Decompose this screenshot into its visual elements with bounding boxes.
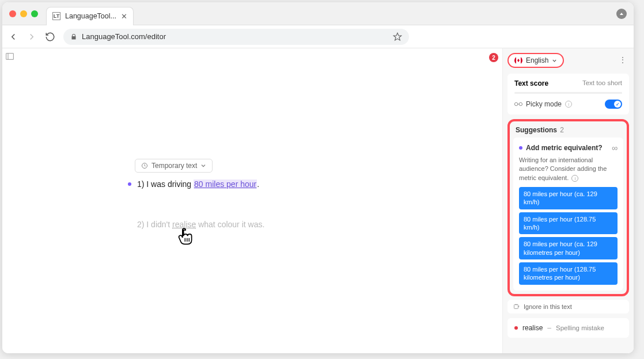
bookmark-star-icon[interactable] [393, 32, 402, 41]
picky-mode-toggle[interactable] [605, 100, 622, 109]
browser-profile-button[interactable] [616, 9, 627, 19]
line1-text-suffix: . [257, 180, 259, 189]
ignore-label: Ignore in this text [524, 303, 572, 310]
separator-dash: – [547, 324, 551, 332]
suggestion-chip[interactable]: 80 miles per hour (ca. 129 km/h) [519, 187, 618, 209]
suggestion-link-icon[interactable]: ∞ [612, 143, 618, 152]
sidebar-more-button[interactable]: ⋮ [619, 55, 627, 64]
suggestion-chip[interactable]: 80 miles per hour (128.75 kilometres per… [519, 262, 618, 285]
svg-rect-2 [6, 54, 14, 60]
spelling-label: Spelling mistake [556, 324, 604, 331]
suggestions-panel: Suggestions 2 Add metric equivalent? ∞ W… [507, 119, 629, 296]
window-close-button[interactable] [9, 10, 16, 17]
language-label: English [526, 56, 548, 64]
tab-favicon: LT [52, 12, 60, 20]
language-selector[interactable]: English [507, 53, 564, 68]
svg-point-9 [519, 102, 522, 105]
suggestion-card-metric[interactable]: Add metric equivalent? ∞ Writing for an … [513, 138, 623, 291]
suggestion-type-dot-icon [519, 146, 522, 150]
error-count-badge[interactable]: 2 [489, 53, 498, 62]
text-score-bar [514, 92, 622, 94]
glasses-icon [514, 101, 522, 107]
address-bar[interactable]: LanguageTool.com/editor [63, 29, 409, 45]
panel-toggle-icon[interactable] [6, 53, 14, 60]
window-controls [9, 10, 38, 17]
line2-text-suffix: what colour it was. [196, 220, 264, 229]
clock-icon [141, 162, 148, 169]
nav-back-button[interactable] [8, 32, 18, 42]
editor-line-1[interactable]: 1) I was driving 80 miles per hour. [128, 180, 358, 189]
nav-reload-button[interactable] [45, 32, 55, 42]
browser-tab[interactable]: LT LanguageTool... ✕ [46, 7, 134, 25]
window-minimize-button[interactable] [20, 10, 27, 17]
line1-text-prefix: 1) I was driving [137, 180, 194, 189]
chevron-down-icon [552, 58, 557, 63]
metric-highlight[interactable]: 80 miles per hour [194, 180, 257, 189]
editor-body[interactable]: 1) I was driving 80 miles per hour. 2) I… [128, 180, 358, 260]
svg-point-8 [514, 102, 517, 105]
sidebar: 2 English ⋮ Text score Text too short Pi… [502, 48, 634, 353]
line2-text-prefix: 2) I didn't [137, 220, 172, 229]
text-score-card: Text score Text too short Picky mode i [507, 74, 629, 114]
left-rail [2, 48, 20, 353]
info-icon[interactable]: i [565, 101, 572, 108]
text-score-status: Text too short [582, 79, 622, 87]
title-bar: LT LanguageTool... ✕ [2, 2, 634, 25]
suggestion-chip[interactable]: 80 miles per hour (ca. 129 kilometres pe… [519, 237, 618, 259]
nav-forward-button [26, 32, 37, 42]
spelling-dot-icon [514, 326, 518, 330]
info-icon[interactable]: i [571, 175, 578, 182]
suggestion-description: Writing for an international audience? C… [519, 156, 607, 181]
suggestions-label: Suggestions [516, 126, 557, 134]
tab-title: LanguageTool... [65, 12, 116, 20]
picky-mode-label: Picky mode [526, 100, 562, 108]
svg-marker-0 [620, 13, 623, 15]
editor-line-2[interactable]: 2) I didn't realise what colour it was. [128, 220, 358, 229]
spelling-word: realise [522, 324, 543, 332]
ignore-card[interactable]: Ignore in this text [507, 300, 629, 314]
document-type-label: Temporary text [151, 162, 197, 170]
suggestion-chip[interactable]: 80 miles per hour (128.75 km/h) [519, 212, 618, 235]
ignore-icon [513, 303, 520, 310]
url-text: LanguageTool.com/editor [82, 32, 166, 41]
suggestion-title: Add metric equivalent? [526, 144, 603, 152]
suggestion-chip-list: 80 miles per hour (ca. 129 km/h) 80 mile… [519, 187, 618, 284]
tab-close-button[interactable]: ✕ [121, 12, 127, 21]
editor-area[interactable]: Temporary text 1) I was driving 80 miles… [20, 48, 502, 353]
window-maximize-button[interactable] [31, 10, 38, 17]
flag-icon [514, 56, 522, 64]
browser-window: LT LanguageTool... ✕ LanguageTool.com/ed… [2, 2, 634, 353]
issue-bullet-icon [128, 182, 131, 186]
svg-rect-10 [514, 304, 518, 308]
text-score-label: Text score [514, 79, 548, 87]
chevron-down-icon [200, 163, 206, 169]
page-content: Temporary text 1) I was driving 80 miles… [2, 48, 634, 353]
suggestion-card-spelling[interactable]: realise – Spelling mistake [507, 318, 629, 338]
lock-icon [70, 33, 77, 40]
spelling-highlight[interactable]: realise [172, 220, 196, 229]
suggestions-count: 2 [560, 126, 564, 134]
svg-marker-1 [393, 33, 401, 40]
document-type-dropdown[interactable]: Temporary text [135, 159, 213, 173]
address-bar-row: LanguageTool.com/editor [2, 25, 634, 48]
